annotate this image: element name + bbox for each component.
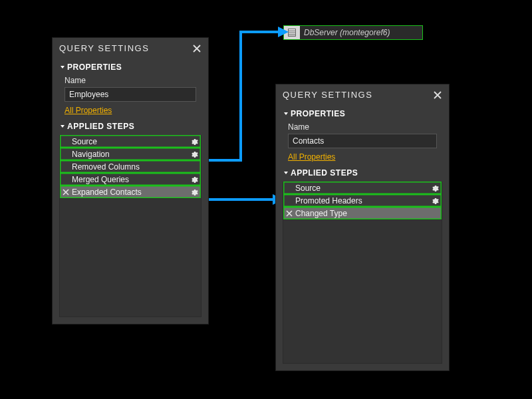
applied-steps-list: SourceNavigationRemoved ColumnsMerged Qu… [59,135,201,199]
applied-step[interactable]: Removed Columns [60,160,201,173]
query-settings-panel-right: QUERY SETTINGS PROPERTIES Name All Prope… [275,84,450,371]
applied-step[interactable]: Changed Type [283,207,442,219]
panel-header: QUERY SETTINGS [53,38,208,59]
svg-rect-3 [289,33,295,35]
gear-icon[interactable] [428,184,442,192]
applied-step[interactable]: Navigation [60,148,201,160]
name-field[interactable] [65,87,196,102]
db-node[interactable]: DbServer (montegoref6) [283,25,423,40]
panel-body: PROPERTIES Name All Properties APPLIED S… [276,105,449,370]
name-label: Name [65,76,201,85]
panel-empty-area [283,220,442,364]
name-field[interactable] [288,134,437,148]
applied-steps-section: APPLIED STEPS [53,120,208,135]
properties-heading[interactable]: PROPERTIES [59,63,201,74]
properties-heading-label: PROPERTIES [67,63,122,72]
close-icon[interactable] [433,90,442,100]
applied-step-label: Promoted Headers [294,196,428,205]
panel-body: PROPERTIES Name All Properties APPLIED S… [53,59,208,324]
applied-step[interactable]: Merged Queries [60,173,201,186]
gear-icon[interactable] [188,138,201,146]
svg-rect-2 [289,31,295,33]
applied-step-label: Source [294,184,428,193]
gear-icon[interactable] [188,150,201,158]
applied-step-label: Expanded Contacts [70,188,188,197]
applied-steps-heading-label: APPLIED STEPS [291,168,358,178]
delete-step-icon[interactable] [60,189,70,196]
svg-rect-1 [289,29,295,31]
applied-step-label: Removed Columns [70,162,188,172]
applied-step[interactable]: Expanded Contacts [60,186,201,198]
gear-icon[interactable] [188,176,201,184]
name-label: Name [288,122,442,132]
delete-step-icon[interactable] [283,210,294,217]
chevron-down-icon [59,123,66,130]
applied-step-label: Source [70,137,188,146]
applied-steps-heading-label: APPLIED STEPS [67,122,134,131]
applied-steps-heading[interactable]: APPLIED STEPS [283,168,442,180]
db-node-label: DbServer (montegoref6) [300,28,390,37]
all-properties-link[interactable]: All Properties [288,152,335,162]
panel-empty-area [59,199,201,317]
chevron-down-icon [59,64,66,70]
close-icon[interactable] [192,44,201,53]
gear-icon[interactable] [428,197,442,205]
applied-step[interactable]: Source [60,135,201,148]
gear-icon[interactable] [188,188,201,196]
database-icon [284,26,300,39]
panel-title: QUERY SETTINGS [59,43,149,53]
properties-heading-label: PROPERTIES [291,109,345,118]
applied-steps-list: SourcePromoted HeadersChanged Type [283,182,442,220]
chevron-down-icon [283,110,289,117]
properties-section: PROPERTIES Name All Properties [276,108,449,167]
query-settings-panel-left: QUERY SETTINGS PROPERTIES Name All Prope… [52,37,209,325]
applied-step[interactable]: Source [283,182,442,194]
applied-steps-section: APPLIED STEPS [276,167,449,182]
panel-title: QUERY SETTINGS [283,90,372,100]
applied-step[interactable]: Promoted Headers [283,194,442,207]
applied-step-label: Navigation [70,150,188,159]
applied-step-label: Changed Type [294,209,428,218]
chevron-down-icon [283,170,289,176]
properties-heading[interactable]: PROPERTIES [283,109,442,121]
applied-steps-heading[interactable]: APPLIED STEPS [59,122,201,134]
svg-rect-4 [289,35,295,36]
applied-step-label: Merged Queries [70,175,188,184]
all-properties-link[interactable]: All Properties [65,106,112,115]
panel-header: QUERY SETTINGS [276,84,449,105]
properties-section: PROPERTIES Name All Properties [53,61,208,120]
